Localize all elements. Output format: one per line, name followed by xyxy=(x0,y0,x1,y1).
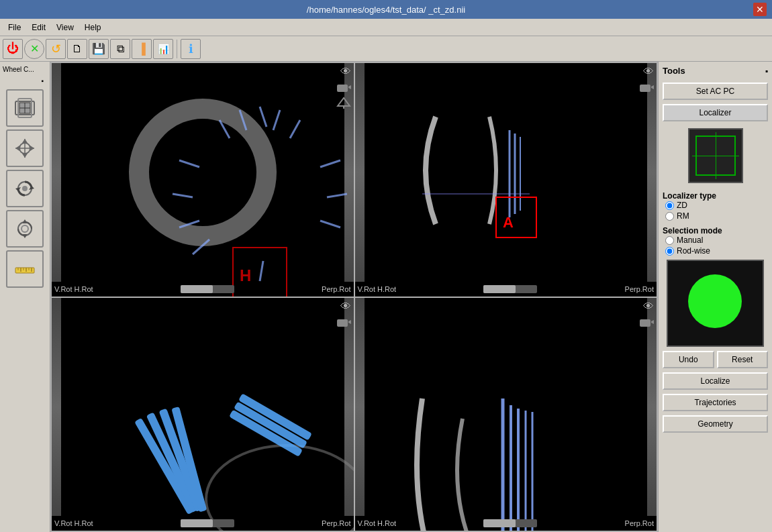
tools-panel-title: Tools xyxy=(663,66,685,76)
svg-marker-71 xyxy=(348,320,351,324)
vp-bl-label-right: Perp.Rot xyxy=(322,519,350,527)
layers-button[interactable]: ⧉ xyxy=(110,39,130,59)
svg-marker-19 xyxy=(22,234,28,238)
camera-tool-button[interactable] xyxy=(6,210,44,248)
undo-button[interactable]: Undo xyxy=(663,351,714,368)
svg-line-29 xyxy=(240,110,246,130)
sidebar-label: Wheel C... xyxy=(0,64,50,74)
svg-rect-43 xyxy=(337,85,348,92)
localize-button[interactable]: Localize xyxy=(663,372,768,390)
vp-br-hscroll[interactable] xyxy=(483,519,537,527)
vp-tl-label-right: Perp.Rot xyxy=(322,285,350,293)
save-button[interactable]: 💾 xyxy=(89,39,109,59)
selection-mode-manual-row: Manual xyxy=(665,235,768,245)
layers-icon xyxy=(13,96,37,120)
svg-marker-54 xyxy=(651,85,654,89)
vp-tl-icon3[interactable] xyxy=(336,97,351,111)
reset-button[interactable]: Reset xyxy=(717,351,769,368)
vp-bl-hscroll[interactable] xyxy=(181,519,234,527)
localizer-type-zd-label: ZD xyxy=(677,201,687,210)
info-button[interactable]: ℹ xyxy=(181,39,201,59)
vp-tr-eye[interactable]: 👁 xyxy=(643,66,654,78)
svg-rect-70 xyxy=(337,319,348,327)
localizer-type-label: Localizer type xyxy=(663,191,768,201)
toolbar: ⏻ ✕ ↺ 🗋 💾 ⧉ ▐ 📊 ℹ xyxy=(0,36,772,62)
svg-text:A: A xyxy=(503,214,514,231)
titlebar: /home/hannes/ogles4/tst_data/ _ct_zd.nii… xyxy=(0,0,772,19)
tools-panel-expand[interactable]: ▪ xyxy=(765,66,768,76)
vp-tr-bottom: V.Rot H.Rot Perp.Rot xyxy=(355,282,657,297)
toolbar-separator xyxy=(177,40,177,58)
tools-header: Tools ▪ xyxy=(663,66,768,76)
localizer-button[interactable]: Localizer xyxy=(663,104,768,121)
vp-bl-electrodes xyxy=(52,298,354,531)
vp-bl-label-left: V.Rot H.Rot xyxy=(54,519,93,527)
menu-help[interactable]: Help xyxy=(79,21,107,34)
svg-line-31 xyxy=(220,120,230,138)
svg-line-36 xyxy=(327,194,347,197)
set-ac-pc-button[interactable]: Set AC PC xyxy=(663,83,768,100)
layers-tool-button[interactable] xyxy=(6,89,44,127)
selection-mode-section: Selection mode Manual Rod-wise xyxy=(663,225,768,256)
stop-button[interactable]: ✕ xyxy=(24,39,44,59)
bar-button[interactable]: 📊 xyxy=(153,39,173,59)
vp-tl-hscroll[interactable] xyxy=(181,285,234,293)
selection-mode-rodwise-row: Rod-wise xyxy=(665,246,768,256)
selection-mode-options: Manual Rod-wise xyxy=(663,235,768,256)
viewport-top-left[interactable]: H 👁 V.Rot H.Rot Perp.Rot xyxy=(52,63,354,297)
localizer-crosshair-v xyxy=(716,132,716,179)
left-sidebar: Wheel C... ▪ xyxy=(0,62,50,532)
vp-tr-hscroll[interactable] xyxy=(483,285,537,293)
menu-edit[interactable]: Edit xyxy=(26,21,51,34)
vp-tr-camera[interactable] xyxy=(639,82,654,95)
svg-point-18 xyxy=(21,225,28,232)
vp-tl-eye[interactable]: 👁 xyxy=(340,66,351,78)
camera-icon xyxy=(13,217,37,241)
vp-tr-label-left: V.Rot H.Rot xyxy=(358,285,397,293)
menu-file[interactable]: File xyxy=(3,21,26,34)
vp-br-camera[interactable] xyxy=(639,317,654,329)
vp-tl-bottom: V.Rot H.Rot Perp.Rot xyxy=(52,282,354,297)
chart-button[interactable]: ▐ xyxy=(132,39,152,59)
viewport-top-right[interactable]: A 👁 V.Rot H.Rot Perp.Rot xyxy=(355,63,657,297)
selection-mode-rodwise-radio[interactable] xyxy=(665,247,674,256)
vp-br-label-left: V.Rot H.Rot xyxy=(358,519,397,527)
svg-line-34 xyxy=(320,160,340,167)
localizer-type-zd-radio[interactable] xyxy=(665,201,674,210)
svg-marker-79 xyxy=(651,320,654,324)
geometry-button[interactable]: Geometry xyxy=(663,415,768,433)
selection-mode-rodwise-label: Rod-wise xyxy=(677,246,710,256)
sidebar-minimize[interactable]: ▪ xyxy=(41,77,44,87)
action-buttons-row: Undo Reset xyxy=(663,351,768,368)
vp-br-electrodes xyxy=(355,298,657,531)
viewport-bottom-right[interactable]: 👁 V.Rot H.Rot Perp.Rot xyxy=(355,298,657,531)
move-icon xyxy=(13,136,37,160)
selection-mode-manual-radio[interactable] xyxy=(665,236,674,245)
svg-point-14 xyxy=(22,186,28,191)
vp-bl-eye[interactable]: 👁 xyxy=(340,301,351,313)
svg-line-28 xyxy=(260,107,267,127)
vp-br-eye[interactable]: 👁 xyxy=(643,301,654,313)
vp-tr-label-right: Perp.Rot xyxy=(625,285,654,293)
trajectories-button[interactable]: Trajectories xyxy=(663,394,768,411)
rotate-tool-button[interactable] xyxy=(6,170,44,207)
vp-tl-camera[interactable] xyxy=(336,82,351,95)
svg-line-37 xyxy=(179,221,199,227)
ruler-tool-button[interactable] xyxy=(6,250,44,288)
vp-bl-camera[interactable] xyxy=(336,317,351,329)
svg-line-35 xyxy=(173,194,193,197)
move-tool-button[interactable] xyxy=(6,129,44,167)
vp-tr-overlay: A xyxy=(355,63,657,297)
localizer-type-rm-radio[interactable] xyxy=(665,212,674,221)
svg-line-40 xyxy=(260,261,263,281)
svg-rect-51 xyxy=(496,197,536,237)
menu-view[interactable]: View xyxy=(51,21,79,34)
svg-marker-45 xyxy=(338,98,350,106)
power-button[interactable]: ⏻ xyxy=(3,39,23,59)
svg-marker-44 xyxy=(348,85,351,89)
file-button[interactable]: 🗋 xyxy=(67,39,87,59)
refresh-button[interactable]: ↺ xyxy=(46,39,66,59)
svg-rect-78 xyxy=(640,319,650,327)
viewport-bottom-left[interactable]: 👁 V.Rot H.Rot Perp.Rot xyxy=(52,298,354,531)
close-button[interactable]: ✕ xyxy=(753,3,767,16)
